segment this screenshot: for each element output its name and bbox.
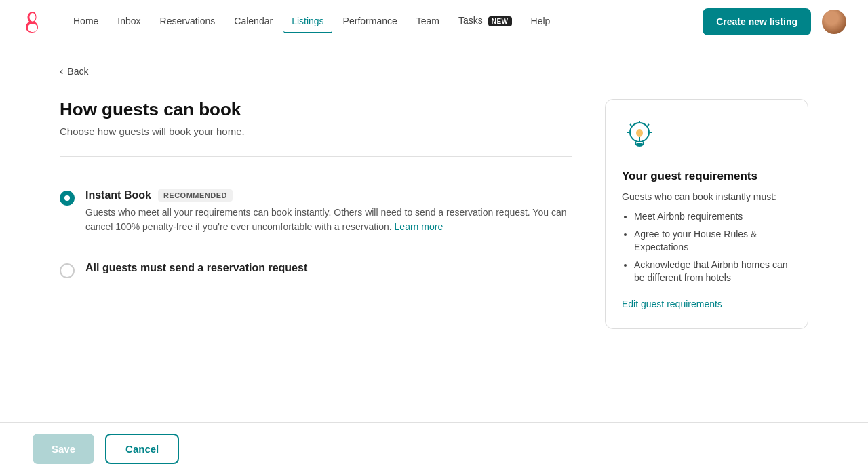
avatar-image: [822, 10, 846, 34]
nav-links: Home Inbox Reservations Calendar Listing…: [65, 10, 703, 33]
left-panel: How guests can book Choose how guests wi…: [60, 99, 572, 292]
nav-link-inbox[interactable]: Inbox: [109, 10, 149, 33]
instant-book-radio[interactable]: [60, 191, 75, 206]
list-item: Agree to your House Rules & Expectations: [634, 228, 791, 254]
card-icon: [622, 119, 791, 156]
divider: [60, 156, 572, 157]
list-item: Acknowledge that Airbnb homes can be dif…: [634, 259, 791, 285]
learn-more-link[interactable]: Learn more: [395, 221, 443, 232]
back-label: Back: [67, 66, 88, 77]
airbnb-logo[interactable]: [22, 11, 43, 33]
recommended-badge: RECOMMENDED: [158, 189, 233, 202]
content-area: How guests can book Choose how guests wi…: [60, 99, 808, 329]
svg-line-3: [648, 124, 649, 126]
nav-link-listings[interactable]: Listings: [283, 10, 332, 33]
main-content: ‹ Back How guests can book Choose how gu…: [27, 43, 841, 351]
tasks-new-badge: NEW: [488, 16, 512, 26]
instant-book-content: Instant Book RECOMMENDED Guests who meet…: [85, 189, 572, 234]
reservation-request-label: All guests must send a reservation reque…: [85, 262, 307, 274]
right-panel: Your guest requirements Guests who can b…: [605, 99, 808, 329]
svg-point-7: [636, 129, 643, 137]
back-link[interactable]: ‹ Back: [60, 65, 88, 77]
back-chevron-icon: ‹: [60, 65, 63, 77]
nav-link-performance[interactable]: Performance: [335, 10, 406, 33]
reservation-request-radio[interactable]: [60, 263, 75, 278]
avatar[interactable]: [822, 10, 846, 34]
guest-req-list: Meet Airbnb requirements Agree to your H…: [622, 210, 791, 285]
instant-book-option[interactable]: Instant Book RECOMMENDED Guests who meet…: [60, 176, 572, 248]
guest-requirements-card: Your guest requirements Guests who can b…: [605, 99, 808, 329]
svg-line-5: [630, 124, 631, 126]
create-listing-button[interactable]: Create new listing: [703, 8, 811, 35]
nav-right: Create new listing: [703, 8, 846, 35]
instant-book-label-row: Instant Book RECOMMENDED: [85, 189, 572, 202]
instant-book-label: Instant Book: [85, 189, 151, 202]
page-title: How guests can book: [60, 99, 572, 120]
nav-link-tasks[interactable]: Tasks NEW: [450, 10, 520, 33]
reservation-request-label-row: All guests must send a reservation reque…: [85, 262, 572, 274]
guest-req-card-desc: Guests who can book instantly must:: [622, 191, 791, 202]
guest-req-card-title: Your guest requirements: [622, 170, 791, 183]
reservation-request-content: All guests must send a reservation reque…: [85, 262, 572, 278]
edit-requirements-link[interactable]: Edit guest requirements: [622, 299, 722, 309]
nav-link-team[interactable]: Team: [408, 10, 448, 33]
page-subtitle: Choose how guests will book your home.: [60, 126, 572, 137]
instant-book-description: Guests who meet all your requirements ca…: [85, 206, 572, 234]
nav-link-calendar[interactable]: Calendar: [226, 10, 281, 33]
list-item: Meet Airbnb requirements: [634, 210, 791, 224]
nav-link-help[interactable]: Help: [523, 10, 559, 33]
nav-link-reservations[interactable]: Reservations: [152, 10, 224, 33]
navbar: Home Inbox Reservations Calendar Listing…: [0, 0, 868, 43]
nav-link-home[interactable]: Home: [65, 10, 106, 33]
reservation-request-option[interactable]: All guests must send a reservation reque…: [60, 248, 572, 292]
